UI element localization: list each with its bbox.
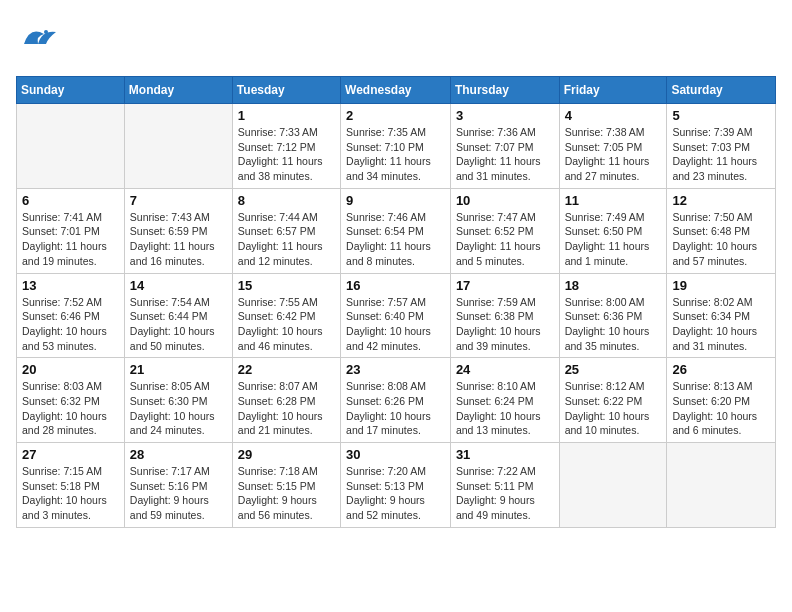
day-number: 23 (346, 362, 445, 377)
day-number: 5 (672, 108, 770, 123)
calendar-table: SundayMondayTuesdayWednesdayThursdayFrid… (16, 76, 776, 528)
calendar-cell: 28Sunrise: 7:17 AM Sunset: 5:16 PM Dayli… (124, 443, 232, 528)
day-info: Sunrise: 7:57 AM Sunset: 6:40 PM Dayligh… (346, 295, 445, 354)
calendar-week-row: 27Sunrise: 7:15 AM Sunset: 5:18 PM Dayli… (17, 443, 776, 528)
calendar-cell: 1Sunrise: 7:33 AM Sunset: 7:12 PM Daylig… (232, 104, 340, 189)
day-number: 19 (672, 278, 770, 293)
day-info: Sunrise: 7:33 AM Sunset: 7:12 PM Dayligh… (238, 125, 335, 184)
calendar-cell: 19Sunrise: 8:02 AM Sunset: 6:34 PM Dayli… (667, 273, 776, 358)
calendar-cell: 24Sunrise: 8:10 AM Sunset: 6:24 PM Dayli… (450, 358, 559, 443)
day-info: Sunrise: 7:52 AM Sunset: 6:46 PM Dayligh… (22, 295, 119, 354)
logo-icon (16, 16, 64, 64)
calendar-cell (559, 443, 667, 528)
day-info: Sunrise: 8:12 AM Sunset: 6:22 PM Dayligh… (565, 379, 662, 438)
page-header (16, 16, 776, 64)
day-number: 6 (22, 193, 119, 208)
day-number: 18 (565, 278, 662, 293)
calendar-cell: 12Sunrise: 7:50 AM Sunset: 6:48 PM Dayli… (667, 188, 776, 273)
calendar-cell: 21Sunrise: 8:05 AM Sunset: 6:30 PM Dayli… (124, 358, 232, 443)
day-info: Sunrise: 7:47 AM Sunset: 6:52 PM Dayligh… (456, 210, 554, 269)
weekday-header-thursday: Thursday (450, 77, 559, 104)
calendar-cell: 27Sunrise: 7:15 AM Sunset: 5:18 PM Dayli… (17, 443, 125, 528)
calendar-cell: 4Sunrise: 7:38 AM Sunset: 7:05 PM Daylig… (559, 104, 667, 189)
day-info: Sunrise: 7:18 AM Sunset: 5:15 PM Dayligh… (238, 464, 335, 523)
calendar-cell: 11Sunrise: 7:49 AM Sunset: 6:50 PM Dayli… (559, 188, 667, 273)
calendar-week-row: 6Sunrise: 7:41 AM Sunset: 7:01 PM Daylig… (17, 188, 776, 273)
day-info: Sunrise: 7:36 AM Sunset: 7:07 PM Dayligh… (456, 125, 554, 184)
day-info: Sunrise: 8:10 AM Sunset: 6:24 PM Dayligh… (456, 379, 554, 438)
weekday-header-saturday: Saturday (667, 77, 776, 104)
day-info: Sunrise: 7:49 AM Sunset: 6:50 PM Dayligh… (565, 210, 662, 269)
calendar-cell: 29Sunrise: 7:18 AM Sunset: 5:15 PM Dayli… (232, 443, 340, 528)
calendar-week-row: 1Sunrise: 7:33 AM Sunset: 7:12 PM Daylig… (17, 104, 776, 189)
day-number: 15 (238, 278, 335, 293)
calendar-cell: 16Sunrise: 7:57 AM Sunset: 6:40 PM Dayli… (341, 273, 451, 358)
day-number: 8 (238, 193, 335, 208)
day-info: Sunrise: 7:35 AM Sunset: 7:10 PM Dayligh… (346, 125, 445, 184)
calendar-week-row: 20Sunrise: 8:03 AM Sunset: 6:32 PM Dayli… (17, 358, 776, 443)
calendar-cell: 5Sunrise: 7:39 AM Sunset: 7:03 PM Daylig… (667, 104, 776, 189)
calendar-cell: 17Sunrise: 7:59 AM Sunset: 6:38 PM Dayli… (450, 273, 559, 358)
calendar-week-row: 13Sunrise: 7:52 AM Sunset: 6:46 PM Dayli… (17, 273, 776, 358)
day-number: 21 (130, 362, 227, 377)
weekday-header-monday: Monday (124, 77, 232, 104)
day-number: 29 (238, 447, 335, 462)
day-info: Sunrise: 7:38 AM Sunset: 7:05 PM Dayligh… (565, 125, 662, 184)
calendar-cell: 20Sunrise: 8:03 AM Sunset: 6:32 PM Dayli… (17, 358, 125, 443)
calendar-cell: 23Sunrise: 8:08 AM Sunset: 6:26 PM Dayli… (341, 358, 451, 443)
calendar-cell: 15Sunrise: 7:55 AM Sunset: 6:42 PM Dayli… (232, 273, 340, 358)
logo (16, 16, 64, 64)
day-number: 25 (565, 362, 662, 377)
day-number: 24 (456, 362, 554, 377)
calendar-cell: 3Sunrise: 7:36 AM Sunset: 7:07 PM Daylig… (450, 104, 559, 189)
day-number: 2 (346, 108, 445, 123)
day-info: Sunrise: 8:03 AM Sunset: 6:32 PM Dayligh… (22, 379, 119, 438)
day-info: Sunrise: 7:59 AM Sunset: 6:38 PM Dayligh… (456, 295, 554, 354)
svg-point-0 (44, 30, 48, 34)
day-number: 22 (238, 362, 335, 377)
calendar-cell: 6Sunrise: 7:41 AM Sunset: 7:01 PM Daylig… (17, 188, 125, 273)
weekday-header-tuesday: Tuesday (232, 77, 340, 104)
day-number: 17 (456, 278, 554, 293)
day-number: 11 (565, 193, 662, 208)
day-info: Sunrise: 7:55 AM Sunset: 6:42 PM Dayligh… (238, 295, 335, 354)
day-number: 9 (346, 193, 445, 208)
calendar-cell: 14Sunrise: 7:54 AM Sunset: 6:44 PM Dayli… (124, 273, 232, 358)
calendar-cell: 18Sunrise: 8:00 AM Sunset: 6:36 PM Dayli… (559, 273, 667, 358)
day-number: 14 (130, 278, 227, 293)
day-number: 10 (456, 193, 554, 208)
calendar-cell (667, 443, 776, 528)
day-info: Sunrise: 7:43 AM Sunset: 6:59 PM Dayligh… (130, 210, 227, 269)
day-number: 31 (456, 447, 554, 462)
day-number: 16 (346, 278, 445, 293)
calendar-cell: 2Sunrise: 7:35 AM Sunset: 7:10 PM Daylig… (341, 104, 451, 189)
day-info: Sunrise: 7:46 AM Sunset: 6:54 PM Dayligh… (346, 210, 445, 269)
day-info: Sunrise: 8:13 AM Sunset: 6:20 PM Dayligh… (672, 379, 770, 438)
calendar-cell: 31Sunrise: 7:22 AM Sunset: 5:11 PM Dayli… (450, 443, 559, 528)
day-info: Sunrise: 8:02 AM Sunset: 6:34 PM Dayligh… (672, 295, 770, 354)
day-number: 27 (22, 447, 119, 462)
weekday-header-wednesday: Wednesday (341, 77, 451, 104)
day-info: Sunrise: 8:05 AM Sunset: 6:30 PM Dayligh… (130, 379, 227, 438)
calendar-cell (124, 104, 232, 189)
calendar-cell: 7Sunrise: 7:43 AM Sunset: 6:59 PM Daylig… (124, 188, 232, 273)
day-number: 20 (22, 362, 119, 377)
day-number: 3 (456, 108, 554, 123)
day-number: 1 (238, 108, 335, 123)
day-number: 30 (346, 447, 445, 462)
day-number: 12 (672, 193, 770, 208)
calendar-cell: 26Sunrise: 8:13 AM Sunset: 6:20 PM Dayli… (667, 358, 776, 443)
day-number: 4 (565, 108, 662, 123)
day-info: Sunrise: 8:08 AM Sunset: 6:26 PM Dayligh… (346, 379, 445, 438)
day-info: Sunrise: 8:00 AM Sunset: 6:36 PM Dayligh… (565, 295, 662, 354)
day-number: 26 (672, 362, 770, 377)
day-info: Sunrise: 7:39 AM Sunset: 7:03 PM Dayligh… (672, 125, 770, 184)
day-info: Sunrise: 7:54 AM Sunset: 6:44 PM Dayligh… (130, 295, 227, 354)
day-number: 13 (22, 278, 119, 293)
calendar-cell: 25Sunrise: 8:12 AM Sunset: 6:22 PM Dayli… (559, 358, 667, 443)
calendar-cell: 9Sunrise: 7:46 AM Sunset: 6:54 PM Daylig… (341, 188, 451, 273)
calendar-cell: 8Sunrise: 7:44 AM Sunset: 6:57 PM Daylig… (232, 188, 340, 273)
calendar-cell: 13Sunrise: 7:52 AM Sunset: 6:46 PM Dayli… (17, 273, 125, 358)
day-info: Sunrise: 7:20 AM Sunset: 5:13 PM Dayligh… (346, 464, 445, 523)
weekday-header-friday: Friday (559, 77, 667, 104)
